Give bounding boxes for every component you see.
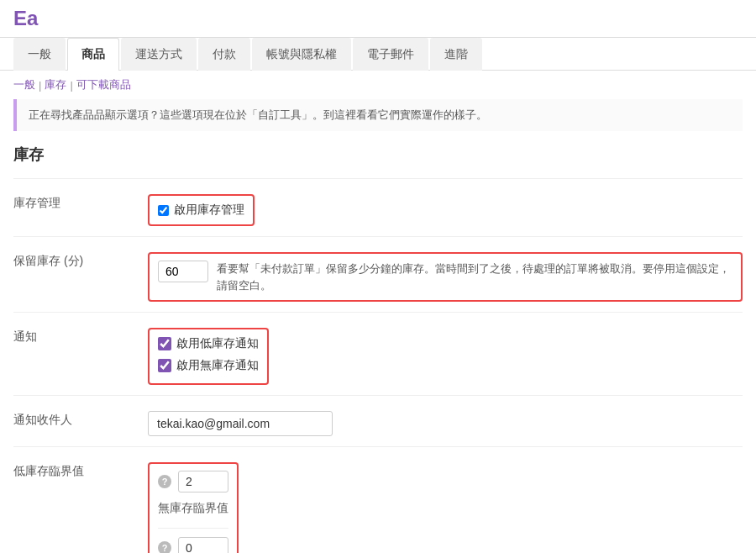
label-notifications: 通知 — [13, 323, 148, 345]
low-stock-threshold-row: ? — [158, 471, 228, 492]
notice-bar: 正在尋找產品品顯示選項？這些選項現在位於「自訂工具」。到這裡看看它們實際運作的樣… — [13, 99, 743, 131]
label-notification-recipient: 通知收件人 — [13, 406, 148, 428]
breadcrumb: 一般 | 庫存 | 可下載商品 — [0, 71, 756, 99]
tab-shipping[interactable]: 運送方式 — [121, 38, 197, 71]
app-logo: Ea — [13, 0, 48, 37]
tab-advanced[interactable]: 進階 — [430, 38, 482, 71]
checkbox-out-stock-notify-label: 啟用無庫存通知 — [176, 358, 259, 373]
breadcrumb-inventory[interactable]: 庫存 — [45, 77, 66, 92]
app-header: Ea — [0, 0, 756, 38]
control-inventory-management: 啟用庫存管理 — [148, 189, 743, 226]
notice-text: 正在尋找產品品顯示選項？這些選項現在位於「自訂工具」。到這裡看看它們實際運作的樣… — [29, 108, 487, 123]
low-stock-threshold-input[interactable] — [178, 471, 228, 492]
notify-out-stock-row: 啟用無庫存通知 — [158, 358, 259, 373]
row-notification-recipient: 通知收件人 — [13, 395, 743, 446]
tab-general[interactable]: 一般 — [13, 38, 66, 71]
low-stock-info-icon[interactable]: ? — [158, 475, 171, 488]
checkbox-out-stock-notify[interactable] — [158, 359, 171, 372]
label-inventory-management: 庫存管理 — [13, 189, 148, 211]
notification-recipient-input[interactable] — [148, 411, 333, 436]
row-notifications: 通知 啟用低庫存通知 啟用無庫存通知 — [13, 312, 743, 395]
out-stock-threshold-row: ? — [158, 528, 228, 553]
checkbox-low-stock-notify[interactable] — [158, 337, 171, 350]
tab-products[interactable]: 商品 — [67, 38, 119, 71]
label-hold-stock: 保留庫存 (分) — [13, 247, 148, 269]
checkbox-inventory-management-label: 啟用庫存管理 — [174, 203, 244, 218]
row-inventory-management: 庫存管理 啟用庫存管理 — [13, 178, 743, 236]
tab-email[interactable]: 電子郵件 — [353, 38, 428, 71]
control-hold-stock: 看要幫「未付款訂單」保留多少分鐘的庫存。當時間到了之後，待處理的訂單將被取消。要… — [148, 247, 743, 302]
main-tabs: 一般 商品 運送方式 付款 帳號與隱私權 電子郵件 進階 — [0, 38, 756, 71]
hold-stock-description: 看要幫「未付款訂單」保留多少分鐘的庫存。當時間到了之後，待處理的訂單將被取消。要… — [217, 261, 732, 293]
row-hold-stock: 保留庫存 (分) 看要幫「未付款訂單」保留多少分鐘的庫存。當時間到了之後，待處理… — [13, 236, 743, 312]
hold-stock-input[interactable] — [158, 261, 208, 282]
breadcrumb-general[interactable]: 一般 — [13, 77, 35, 92]
main-content: 庫存 庫存管理 啟用庫存管理 保留庫存 (分) 看要幫「未付款訂單」保留多少分鐘… — [0, 145, 756, 553]
control-notification-recipient — [148, 406, 743, 436]
out-stock-info-icon[interactable]: ? — [158, 541, 171, 553]
control-thresholds: ? 無庫存臨界值 ? — [148, 457, 743, 553]
row-thresholds: 低庫存臨界值 ? 無庫存臨界值 ? — [13, 446, 743, 553]
label-out-stock-threshold: 無庫存臨界值 — [158, 501, 228, 516]
breadcrumb-downloadable[interactable]: 可下載商品 — [76, 77, 131, 92]
tab-payment[interactable]: 付款 — [198, 38, 250, 71]
out-stock-threshold-input[interactable] — [178, 537, 228, 553]
tab-accounts[interactable]: 帳號與隱私權 — [252, 38, 351, 71]
section-title: 庫存 — [13, 145, 743, 165]
notify-low-stock-row: 啟用低庫存通知 — [158, 336, 259, 351]
checkbox-inventory-management[interactable] — [158, 205, 169, 216]
control-notifications: 啟用低庫存通知 啟用無庫存通知 — [148, 323, 743, 385]
checkbox-low-stock-notify-label: 啟用低庫存通知 — [176, 336, 259, 351]
label-low-stock-threshold: 低庫存臨界值 — [13, 457, 148, 479]
